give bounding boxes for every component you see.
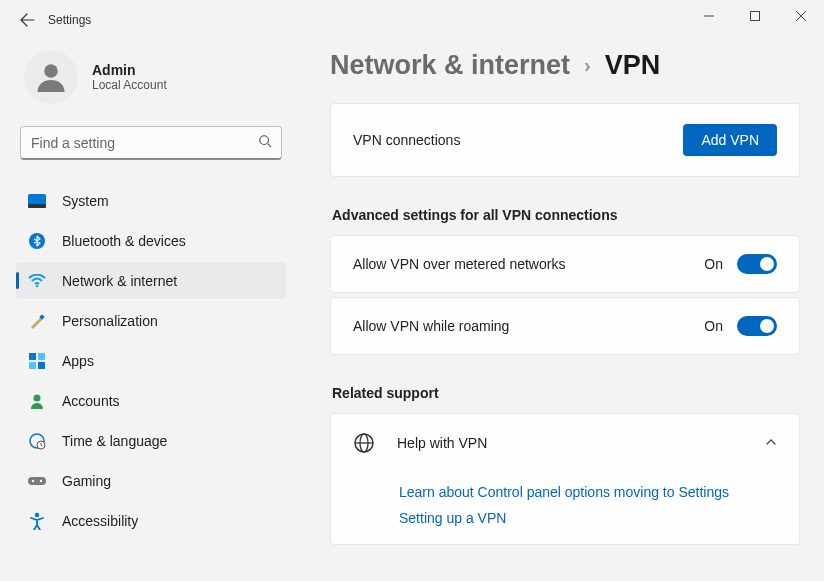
- vpn-connections-card: VPN connections Add VPN: [330, 103, 800, 177]
- sidebar-item-label: Network & internet: [62, 273, 177, 289]
- breadcrumb: Network & internet › VPN: [330, 50, 800, 81]
- svg-point-19: [40, 479, 42, 481]
- svg-point-2: [44, 64, 58, 78]
- svg-point-18: [32, 479, 34, 481]
- sidebar-item-label: Accounts: [62, 393, 120, 409]
- vpn-roaming-toggle[interactable]: [737, 316, 777, 336]
- svg-rect-12: [29, 362, 36, 369]
- back-arrow-icon: [19, 12, 35, 28]
- breadcrumb-current: VPN: [605, 50, 661, 81]
- search-wrapper: [16, 126, 286, 160]
- vpn-metered-card: Allow VPN over metered networks On: [330, 235, 800, 293]
- help-link-setup-vpn[interactable]: Setting up a VPN: [399, 510, 777, 526]
- gamepad-icon: [28, 472, 46, 490]
- vpn-roaming-card: Allow VPN while roaming On: [330, 297, 800, 355]
- main-content: Network & internet › VPN VPN connections…: [300, 40, 824, 581]
- svg-rect-11: [38, 353, 45, 360]
- nav-list: System Bluetooth & devices Network & int…: [16, 182, 286, 539]
- sidebar-item-label: Time & language: [62, 433, 167, 449]
- svg-point-20: [35, 512, 39, 516]
- accounts-icon: [28, 392, 46, 410]
- chevron-right-icon: ›: [584, 54, 591, 77]
- minimize-icon: [704, 11, 714, 21]
- vpn-metered-toggle[interactable]: [737, 254, 777, 274]
- sidebar-item-apps[interactable]: Apps: [16, 342, 286, 379]
- title-bar: Settings: [0, 0, 824, 40]
- minimize-button[interactable]: [686, 0, 732, 32]
- app-title: Settings: [48, 13, 91, 27]
- help-expander-header[interactable]: Help with VPN: [353, 432, 777, 454]
- globe-icon: [353, 432, 375, 454]
- svg-rect-10: [29, 353, 36, 360]
- sidebar-item-label: Personalization: [62, 313, 158, 329]
- svg-point-8: [36, 284, 38, 286]
- avatar: [24, 50, 78, 104]
- sidebar-item-label: Bluetooth & devices: [62, 233, 186, 249]
- help-links: Learn about Control panel options moving…: [353, 454, 777, 526]
- vpn-connections-label: VPN connections: [353, 132, 460, 148]
- sidebar-item-network[interactable]: Network & internet: [16, 262, 286, 299]
- sidebar-item-label: Accessibility: [62, 513, 138, 529]
- sidebar-item-label: Apps: [62, 353, 94, 369]
- svg-point-14: [34, 394, 41, 401]
- vpn-roaming-state: On: [704, 318, 723, 334]
- svg-rect-13: [38, 362, 45, 369]
- sidebar-item-label: System: [62, 193, 109, 209]
- apps-icon: [28, 352, 46, 370]
- advanced-heading: Advanced settings for all VPN connection…: [332, 207, 800, 223]
- related-heading: Related support: [332, 385, 800, 401]
- sidebar-item-personalization[interactable]: Personalization: [16, 302, 286, 339]
- close-button[interactable]: [778, 0, 824, 32]
- back-button[interactable]: [10, 3, 44, 37]
- svg-rect-17: [28, 477, 46, 485]
- accessibility-icon: [28, 512, 46, 530]
- sidebar-item-label: Gaming: [62, 473, 111, 489]
- wifi-icon: [28, 272, 46, 290]
- sidebar-item-accounts[interactable]: Accounts: [16, 382, 286, 419]
- help-title: Help with VPN: [397, 435, 487, 451]
- bluetooth-icon: [28, 232, 46, 250]
- help-card: Help with VPN Learn about Control panel …: [330, 413, 800, 545]
- vpn-metered-state: On: [704, 256, 723, 272]
- sidebar-item-system[interactable]: System: [16, 182, 286, 219]
- close-icon: [796, 11, 806, 21]
- sidebar-item-accessibility[interactable]: Accessibility: [16, 502, 286, 539]
- profile-subtitle: Local Account: [92, 78, 167, 92]
- sidebar-item-time-language[interactable]: Time & language: [16, 422, 286, 459]
- add-vpn-button[interactable]: Add VPN: [683, 124, 777, 156]
- vpn-metered-label: Allow VPN over metered networks: [353, 256, 565, 272]
- chevron-up-icon: [765, 434, 777, 452]
- system-icon: [28, 192, 46, 210]
- help-link-control-panel[interactable]: Learn about Control panel options moving…: [399, 484, 777, 500]
- clock-globe-icon: [28, 432, 46, 450]
- search-input[interactable]: [20, 126, 282, 160]
- window-controls: [686, 0, 824, 32]
- svg-rect-1: [751, 12, 760, 21]
- maximize-button[interactable]: [732, 0, 778, 32]
- sidebar-item-bluetooth[interactable]: Bluetooth & devices: [16, 222, 286, 259]
- svg-rect-6: [28, 204, 46, 208]
- sidebar: Admin Local Account System Bluetooth & d…: [0, 40, 300, 581]
- breadcrumb-parent[interactable]: Network & internet: [330, 50, 570, 81]
- vpn-roaming-label: Allow VPN while roaming: [353, 318, 509, 334]
- profile-block[interactable]: Admin Local Account: [16, 48, 286, 126]
- profile-name: Admin: [92, 62, 167, 78]
- maximize-icon: [750, 11, 760, 21]
- sidebar-item-gaming[interactable]: Gaming: [16, 462, 286, 499]
- paintbrush-icon: [28, 312, 46, 330]
